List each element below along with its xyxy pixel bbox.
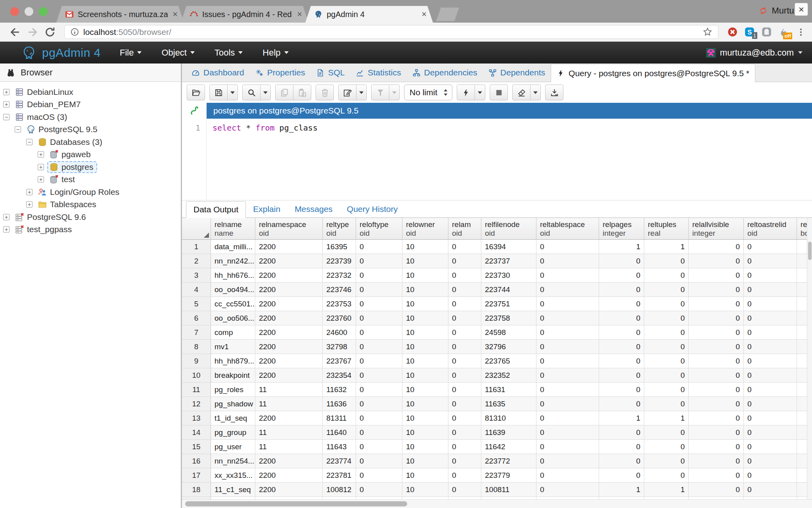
cell-relfilenode[interactable]: 223744 xyxy=(481,283,536,297)
cell-reltablespace[interactable]: 0 xyxy=(536,340,599,354)
cell-reltablespace[interactable]: 0 xyxy=(536,297,599,311)
cell-relam[interactable]: 0 xyxy=(448,311,481,325)
cell-reltablespace[interactable]: 0 xyxy=(536,483,599,497)
cell-relpages[interactable]: 0 xyxy=(599,354,644,368)
cell-relallvisible[interactable]: 0 xyxy=(689,368,744,383)
column-header-relfilenode[interactable]: relfilenodeoid xyxy=(481,218,536,239)
tab-dashboard[interactable]: Dashboard xyxy=(186,64,250,82)
cell-relowner[interactable]: 10 xyxy=(402,297,448,311)
row-number[interactable]: 17 xyxy=(182,468,211,483)
cell-re[interactable] xyxy=(797,411,807,425)
tree-node-debian-pem7[interactable]: Debian_PEM7 xyxy=(13,98,84,110)
expand-plus-icon[interactable]: + xyxy=(38,176,44,183)
collapse-minus-icon[interactable]: − xyxy=(15,126,21,133)
cell-reltype[interactable]: 223774 xyxy=(323,454,356,468)
cell-reltuples[interactable]: 0 xyxy=(644,468,689,483)
column-header-reloftype[interactable]: reloftypeoid xyxy=(356,218,402,239)
cell-relam[interactable]: 0 xyxy=(448,354,481,368)
cell-relname[interactable]: comp xyxy=(211,325,255,340)
cell-relfilenode[interactable]: 11639 xyxy=(481,425,536,440)
cell-reloftype[interactable]: 0 xyxy=(356,454,402,468)
cell-reltablespace[interactable]: 0 xyxy=(536,468,599,483)
tree-item-pgaweb[interactable]: +pgaweb xyxy=(0,148,181,161)
cell-re[interactable] xyxy=(797,268,807,283)
cell-relpages[interactable]: 0 xyxy=(599,297,644,311)
cell-relnamespace[interactable]: 2200 xyxy=(255,354,323,368)
cell-re[interactable] xyxy=(797,383,807,397)
tree-item-macos-3[interactable]: −macOS (3) xyxy=(0,111,181,123)
cell-reltablespace[interactable]: 0 xyxy=(536,254,599,268)
cell-reltype[interactable]: 223746 xyxy=(323,283,356,297)
cell-reltoastrelid[interactable]: 0 xyxy=(744,397,797,411)
tab-sql[interactable]: SQL xyxy=(310,64,350,82)
expand-plus-icon[interactable]: + xyxy=(3,214,10,220)
cell-relnamespace[interactable]: 11 xyxy=(255,383,323,397)
cell-relpages[interactable]: 0 xyxy=(599,268,644,283)
row-number[interactable]: 7 xyxy=(182,325,211,340)
cell-reltuples[interactable]: 0 xyxy=(644,397,689,411)
cell-reltype[interactable]: 24600 xyxy=(323,325,356,340)
stepper-icon[interactable] xyxy=(443,89,448,96)
column-header-relam[interactable]: relamoid xyxy=(448,218,481,239)
column-header-relallvisible[interactable]: relallvisibleinteger xyxy=(689,218,744,239)
cell-reloftype[interactable]: 0 xyxy=(356,254,402,268)
cell-relam[interactable]: 0 xyxy=(448,440,481,454)
cell-reltype[interactable]: 223739 xyxy=(323,254,356,268)
cell-reltablespace[interactable]: 0 xyxy=(536,311,599,325)
edit-options-button[interactable] xyxy=(356,85,367,100)
cell-reltoastrelid[interactable]: 0 xyxy=(744,454,797,468)
cell-relpages[interactable]: 0 xyxy=(599,425,644,440)
cell-relallvisible[interactable]: 0 xyxy=(689,268,744,283)
cell-relfilenode[interactable]: 100811 xyxy=(481,483,536,497)
cell-relnamespace[interactable]: 2200 xyxy=(255,325,323,340)
cell-reltype[interactable]: 232354 xyxy=(323,368,356,383)
cell-reloftype[interactable]: 0 xyxy=(356,297,402,311)
tab-properties[interactable]: Properties xyxy=(250,64,311,82)
cell-re[interactable] xyxy=(797,297,807,311)
cell-relnamespace[interactable]: 2200 xyxy=(255,240,323,254)
sql-editor[interactable]: 1 select * from pg_class xyxy=(182,119,812,200)
cell-re[interactable] xyxy=(797,483,807,497)
cell-relam[interactable]: 0 xyxy=(448,283,481,297)
row-number[interactable]: 16 xyxy=(182,454,211,468)
cell-relpages[interactable]: 1 xyxy=(599,411,644,425)
cell-relam[interactable]: 0 xyxy=(448,425,481,440)
cell-relallvisible[interactable]: 0 xyxy=(689,454,744,468)
cell-reltype[interactable]: 11640 xyxy=(323,425,356,440)
cell-relfilenode[interactable]: 11635 xyxy=(481,397,536,411)
cell-relallvisible[interactable]: 0 xyxy=(689,383,744,397)
tree-item-debianlinux[interactable]: +DebianLinux xyxy=(0,86,181,98)
cell-reltuples[interactable]: 1 xyxy=(644,240,689,254)
cell-relnamespace[interactable]: 2200 xyxy=(255,368,323,383)
cell-reloftype[interactable]: 0 xyxy=(356,240,402,254)
cell-reltuples[interactable]: 0 xyxy=(644,297,689,311)
ghostery-extension-icon[interactable] xyxy=(761,27,772,37)
cell-relname[interactable]: data_milli... xyxy=(211,240,255,254)
cell-reltablespace[interactable]: 0 xyxy=(536,325,599,340)
cell-relpages[interactable]: 0 xyxy=(599,325,644,340)
cell-relpages[interactable]: 0 xyxy=(599,454,644,468)
cell-reltoastrelid[interactable]: 0 xyxy=(744,440,797,454)
cell-relpages[interactable]: 0 xyxy=(599,468,644,483)
cell-relname[interactable]: xx_xx315... xyxy=(211,468,255,483)
cell-relowner[interactable]: 10 xyxy=(402,468,448,483)
cell-relpages[interactable]: 0 xyxy=(599,340,644,354)
expand-plus-icon[interactable]: + xyxy=(38,164,44,170)
minimize-window-button[interactable] xyxy=(25,7,33,16)
cell-reltablespace[interactable]: 0 xyxy=(536,240,599,254)
cell-relname[interactable]: 11_c1_seq xyxy=(211,483,255,497)
cell-reltype[interactable]: 11632 xyxy=(323,383,356,397)
cell-relallvisible[interactable]: 0 xyxy=(689,297,744,311)
column-header-relpages[interactable]: relpagesinteger xyxy=(599,218,644,239)
column-header-reltoastrelid[interactable]: reltoastrelidoid xyxy=(744,218,797,239)
cell-relfilenode[interactable]: 11631 xyxy=(481,383,536,397)
cell-relnamespace[interactable]: 11 xyxy=(255,425,323,440)
cell-reloftype[interactable]: 0 xyxy=(356,440,402,454)
row-limit-select[interactable]: No limit xyxy=(404,85,452,100)
cell-reloftype[interactable]: 0 xyxy=(356,368,402,383)
cell-reltoastrelid[interactable]: 0 xyxy=(744,425,797,440)
cell-reloftype[interactable]: 0 xyxy=(356,325,402,340)
cell-relname[interactable]: pg_user xyxy=(211,440,255,454)
vertical-scrollbar-thumb[interactable] xyxy=(808,242,812,260)
tab-close-icon[interactable]: × xyxy=(421,10,427,18)
